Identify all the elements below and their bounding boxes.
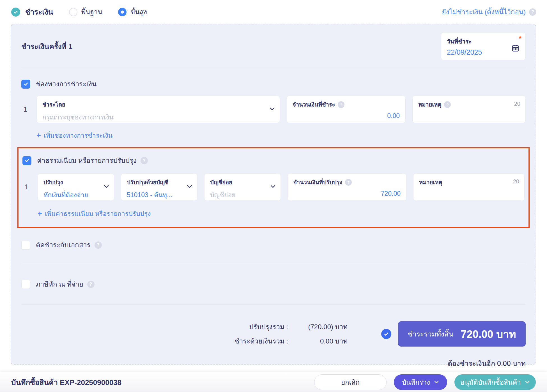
- cancel-button[interactable]: ยกเลิก: [314, 374, 387, 390]
- required-asterisk: *: [519, 34, 521, 43]
- mode-advanced-radio[interactable]: ขั้นสูง: [118, 6, 147, 17]
- adjust-type-value: หักเงินที่ต้องจ่าย: [43, 190, 108, 200]
- paid-by-dropdown[interactable]: ชำระโดย กรุณาระบุช่องทางการเงิน: [36, 96, 280, 123]
- paid-by-placeholder: กรุณาระบุช่องทางการเงิน: [42, 112, 274, 122]
- save-draft-button[interactable]: บันทึกร่าง: [394, 374, 447, 390]
- adjustment-help-icon[interactable]: ?: [141, 157, 148, 164]
- remaining-amount-text: ต้องชำระเงินอีก 0.00 บาท: [21, 358, 526, 369]
- chevron-down-icon: [525, 380, 530, 385]
- add-payment-channel-button[interactable]: + เพิ่มช่องทางการชำระเงิน: [36, 130, 112, 140]
- mode-basic-label: พื้นฐาน: [81, 6, 102, 17]
- paid-amount-input[interactable]: จำนวนเงินที่ชำระ ? 0.00: [287, 96, 406, 123]
- calendar-icon[interactable]: [512, 44, 519, 53]
- adjust-note-input[interactable]: หมายเหตุ 20: [413, 173, 525, 201]
- grand-total-box: ชำระรวมทั้งสิ้น 720.00 บาท: [398, 321, 526, 347]
- adjustment-checkbox[interactable]: [22, 156, 31, 165]
- adjust-type-label: ปรับปรุง: [43, 178, 108, 187]
- plus-icon: +: [38, 210, 42, 218]
- payment-complete-check-icon: [11, 8, 20, 17]
- adjust-account-label: ปรับปรุงด้วยบัญชี: [127, 178, 192, 187]
- adjust-type-dropdown[interactable]: ปรับปรุง หักเงินที่ต้องจ่าย: [38, 173, 114, 201]
- mode-basic-radio[interactable]: พื้นฐาน: [69, 6, 102, 17]
- grand-total-label: ชำระรวมทั้งสิ้น: [408, 328, 453, 340]
- add-adjustment-label: เพิ่มค่าธรรมเนียม หรือรายการปรับปรุง: [45, 209, 151, 219]
- adjust-amount-value: 720.00: [293, 190, 401, 197]
- withholding-tax-help-icon[interactable]: ?: [87, 281, 95, 288]
- divider: [21, 68, 526, 68]
- payment-channel-checkbox[interactable]: [21, 80, 30, 89]
- payment-header: ชำระเงิน พื้นฐาน ขั้นสูง ยังไม่ชำระเงิน …: [0, 0, 547, 24]
- row-number: 1: [22, 183, 31, 191]
- add-adjustment-button[interactable]: + เพิ่มค่าธรรมเนียม หรือรายการปรับปรุง: [38, 209, 151, 219]
- plus-icon: +: [36, 132, 41, 139]
- channel-note-input[interactable]: หมายเหตุ ? 20: [412, 96, 526, 123]
- adjustment-highlight-box: ค่าธรรมเนียม หรือรายการปรับปรุง ? 1 ปรับ…: [17, 147, 530, 228]
- paid-amount-label: จำนวนเงินที่ชำระ: [293, 100, 335, 109]
- radio-off-icon: [69, 8, 77, 16]
- settle-with-docs-label: ตัดชำระกับเอกสาร: [36, 239, 91, 250]
- sub-account-label: บัญชีย่อย: [210, 178, 275, 187]
- chevron-down-icon: [270, 183, 276, 191]
- page-title: ชำระเงิน: [25, 6, 53, 18]
- sub-account-dropdown[interactable]: บัญชีย่อย บัญชีย่อย: [204, 173, 281, 201]
- divider: [21, 264, 526, 264]
- mode-advanced-label: ขั้นสูง: [130, 6, 147, 17]
- paid-amount-value: 0.00: [293, 112, 400, 120]
- adjustment-label: ค่าธรรมเนียม หรือรายการปรับปรุง: [37, 155, 137, 166]
- channel-note-label: หมายเหตุ: [418, 100, 441, 109]
- payment-date-label: วันที่ชำระ: [447, 37, 520, 46]
- payment-date-field[interactable]: * วันที่ชำระ 22/09/2025: [441, 32, 526, 60]
- row-number: 1: [21, 106, 30, 113]
- adjust-account-value: 510103 - ต้นทุ...: [127, 190, 192, 200]
- divider: [21, 304, 526, 305]
- action-bar: บันทึกซื้อสินค้า EXP-20250900038 ยกเลิก …: [0, 372, 547, 392]
- sub-account-placeholder: บัญชีย่อย: [210, 190, 275, 200]
- radio-on-icon: [118, 8, 127, 16]
- payment-date-value: 22/09/2025: [447, 48, 520, 56]
- document-title: บันทึกซื้อสินค้า EXP-20250900038: [11, 377, 121, 388]
- adjust-total-value: (720.00) บาท: [291, 321, 348, 332]
- adjust-note-counter: 20: [513, 178, 519, 185]
- adjust-amount-input[interactable]: จำนวนเงินที่ปรับปรุง ? 720.00: [288, 173, 406, 201]
- grand-total-value: 720.00 บาท: [461, 326, 516, 343]
- payment-panel: ชำระเงินครั้งที่ 1 * วันที่ชำระ 22/09/20…: [11, 24, 536, 365]
- payment-channel-label: ช่องทางการชำระเงิน: [36, 79, 96, 89]
- payment-round-title: ชำระเงินครั้งที่ 1: [21, 41, 72, 52]
- cancel-label: ยกเลิก: [341, 377, 360, 388]
- settle-with-docs-checkbox[interactable]: [21, 241, 30, 250]
- adjust-account-dropdown[interactable]: ปรับปรุงด้วยบัญชี 510103 - ต้นทุ...: [121, 173, 197, 201]
- chevron-down-icon: [269, 106, 275, 113]
- cash-total-value: 0.00 บาท: [291, 336, 348, 347]
- adjust-amount-help-icon[interactable]: ?: [345, 179, 352, 186]
- channel-note-help-icon[interactable]: ?: [444, 101, 451, 108]
- adjust-total-label: ปรับปรุงรวม :: [235, 321, 288, 332]
- paid-by-label: ชำระโดย: [42, 100, 274, 109]
- adjust-amount-label: จำนวนเงินที่ปรับปรุง: [293, 178, 342, 187]
- adjust-note-label: หมายเหตุ: [419, 178, 519, 187]
- approve-purchase-label: อนุมัติบันทึกซื้อสินค้า: [460, 377, 521, 388]
- chevron-down-icon: [187, 183, 193, 191]
- chevron-down-icon: [434, 380, 439, 385]
- save-draft-label: บันทึกร่าง: [402, 377, 430, 388]
- approve-purchase-button[interactable]: อนุมัติบันทึกซื้อสินค้า: [454, 374, 536, 390]
- defer-payment-help-icon[interactable]: ?: [529, 8, 536, 16]
- withholding-tax-label: ภาษีหัก ณ ที่จ่าย: [36, 279, 83, 290]
- summary-check-icon: [381, 329, 391, 339]
- settle-with-docs-help-icon[interactable]: ?: [95, 241, 102, 249]
- withholding-tax-checkbox[interactable]: [21, 280, 30, 289]
- cash-total-label: ชำระด้วยเงินรวม :: [235, 336, 288, 347]
- paid-amount-help-icon[interactable]: ?: [338, 101, 344, 108]
- channel-note-counter: 20: [514, 101, 520, 107]
- payment-summary: ปรับปรุงรวม : (720.00) บาท ชำระด้วยเงินร…: [21, 321, 526, 347]
- add-payment-channel-label: เพิ่มช่องทางการชำระเงิน: [44, 130, 112, 140]
- defer-payment-link[interactable]: ยังไม่ชำระเงิน (ตั้งหนี้ไว้ก่อน): [442, 6, 526, 17]
- chevron-down-icon: [103, 183, 109, 191]
